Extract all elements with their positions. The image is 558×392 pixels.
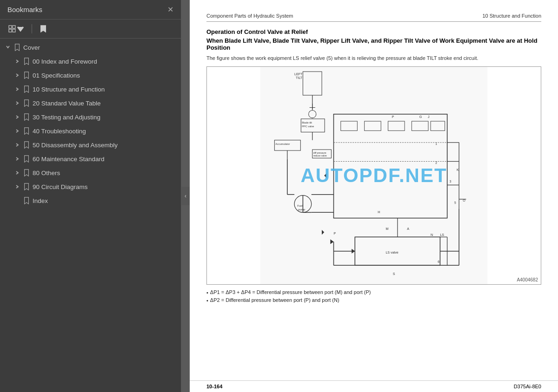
svg-text:Blade tilt: Blade tilt [302,121,312,124]
bullet-list: • ΔP1 = ΔP3 + ΔP4 = Differential pressur… [206,289,541,303]
bookmark-flag-icon [23,58,30,65]
svg-rect-2 [9,29,12,32]
sidebar-item-label-60: 60 Maintenance Standard [33,156,177,163]
bookmark-flag-icon [23,72,30,79]
bullet-item-1: • ΔP1 = ΔP3 + ΔP4 = Differential pressur… [206,289,541,295]
sidebar-item-label-cover: Cover [23,44,177,51]
bookmark-icon-button[interactable] [37,23,50,34]
svg-text:N: N [431,234,433,237]
sidebar-item-50-disasm[interactable]: 50 Disassembly and Assembly [0,138,181,152]
sidebar-item-20-std[interactable]: 20 Standard Value Table [0,96,181,110]
sidebar-item-label-01: 01 Specifications [33,72,177,79]
svg-text:H: H [378,211,380,215]
section-title: Operation of Control Valve at Relief [206,28,541,35]
hydraulic-diagram-svg: LEFT TILT Blade tilt PPC valve Accumulat… [207,67,541,284]
svg-text:diff pressure: diff pressure [313,152,326,155]
chevron-right-icon [14,156,20,162]
close-button[interactable]: ✕ [167,6,173,13]
bookmark-flag-icon [14,44,20,51]
svg-text:J: J [428,115,430,119]
sidebar-item-label-20: 20 Standard Value Table [33,100,177,107]
bullet-dot-1: • [206,290,208,295]
svg-text:G: G [419,115,422,119]
bookmark-flag-icon [23,169,30,176]
chevron-down-icon [17,25,24,33]
sidebar-item-label-30: 30 Testing and Adjusting [33,114,177,121]
sidebar-toolbar [0,20,181,39]
svg-text:1: 1 [435,142,437,145]
page-header-right: 10 Structure and Function [482,13,541,19]
expand-icon [8,25,16,33]
bookmark-list: Cover 00 Index and Foreword 01 Specifica… [0,39,181,392]
svg-text:K: K [457,168,459,172]
sidebar-item-60-maint[interactable]: 60 Maintenance Standard [0,152,181,166]
svg-text:LS: LS [440,234,444,237]
sidebar-item-label-index: Index [33,197,177,204]
svg-text:3: 3 [450,180,452,183]
bullet-text-1: ΔP1 = ΔP3 + ΔP4 = Differential pressure … [210,289,371,295]
bookmark-flag-icon [23,85,30,93]
placeholder-icon [14,197,20,204]
svg-rect-1 [13,26,15,28]
bookmark-flag-icon [23,127,30,135]
chevron-right-icon [14,86,20,92]
document-code: D375Ai-8E0 [514,384,541,389]
sidebar-item-label-50: 50 Disassembly and Assembly [33,142,177,149]
svg-text:M: M [385,227,388,231]
sidebar-item-90-circuit[interactable]: 90 Circuit Diagrams [0,180,181,194]
svg-text:LEFT: LEFT [294,73,303,77]
page-content: Component Parts of Hydraulic System 10 S… [190,0,558,380]
expand-all-button[interactable] [6,23,27,34]
sidebar-item-00-index[interactable]: 00 Index and Foreword [0,54,181,68]
svg-text:S: S [393,272,395,276]
chevron-right-icon [14,58,20,65]
collapse-sidebar-button[interactable]: ‹ [181,187,190,205]
svg-text:A: A [407,227,409,231]
sidebar-item-cover[interactable]: Cover [0,40,181,54]
bookmark-flag-icon [23,99,30,107]
section-subtitle: When Blade Lift Valve, Blade Tilt Valve,… [206,37,541,51]
bullet-text-2: ΔP2 = Differential pressure between port… [210,297,339,303]
svg-text:P: P [334,232,336,236]
sidebar-item-label-80: 80 Others [33,170,177,176]
sidebar-item-01-spec[interactable]: 01 Specifications [0,68,181,82]
svg-text:2: 2 [435,161,437,164]
sidebar-item-label-00: 00 Index and Foreword [33,58,177,65]
sidebar-item-label-10: 10 Structure and Function [33,86,177,93]
bookmark-flag-icon [23,155,30,163]
chevron-right-icon [14,114,20,120]
sidebar-item-80-others[interactable]: 80 Others [0,166,181,180]
sidebar-item-40-trouble[interactable]: 40 Troubleshooting [0,124,181,138]
sidebar-item-label-40: 40 Troubleshooting [33,128,177,135]
page-header-bar: Component Parts of Hydraulic System 10 S… [206,13,541,22]
svg-rect-4 [260,67,487,284]
page-view: Component Parts of Hydraulic System 10 S… [190,0,558,392]
sidebar-item-index[interactable]: Index [0,194,181,208]
sidebar-item-10-struct[interactable]: 10 Structure and Function [0,82,181,96]
chevron-right-icon [14,100,20,106]
svg-text:pump: pump [298,208,306,211]
bookmark-flag-icon [23,141,30,149]
toolbar-divider [32,24,32,33]
sidebar-item-label-90: 90 Circuit Diagrams [33,183,177,190]
sidebar-item-30-test[interactable]: 30 Testing and Adjusting [0,110,181,124]
chevron-icon [5,44,11,51]
svg-text:6: 6 [438,261,439,264]
hydraulic-diagram: LEFT TILT Blade tilt PPC valve Accumulat… [206,66,541,285]
bookmark-flag-icon [23,113,30,121]
bookmark-flag-icon [23,197,30,204]
sidebar: Bookmarks ✕ Cover 00 Index and Forewor [0,0,181,392]
svg-text:Fuel: Fuel [297,204,303,208]
bookmark-flag-icon [23,183,30,190]
svg-text:reduce valve: reduce valve [313,155,327,157]
bullet-dot-2: • [206,298,208,303]
chevron-right-icon [14,72,20,78]
chevron-right-icon [14,170,20,176]
svg-text:TILT: TILT [296,77,303,80]
section-description: The figure shows the work equipment LS r… [206,55,541,62]
chevron-right-icon [14,183,20,190]
main-content: ‹ Component Parts of Hydraulic System 10… [181,0,558,392]
svg-text:PPC valve: PPC valve [302,125,314,128]
svg-rect-0 [9,26,12,28]
page-header-left: Component Parts of Hydraulic System [206,13,293,19]
